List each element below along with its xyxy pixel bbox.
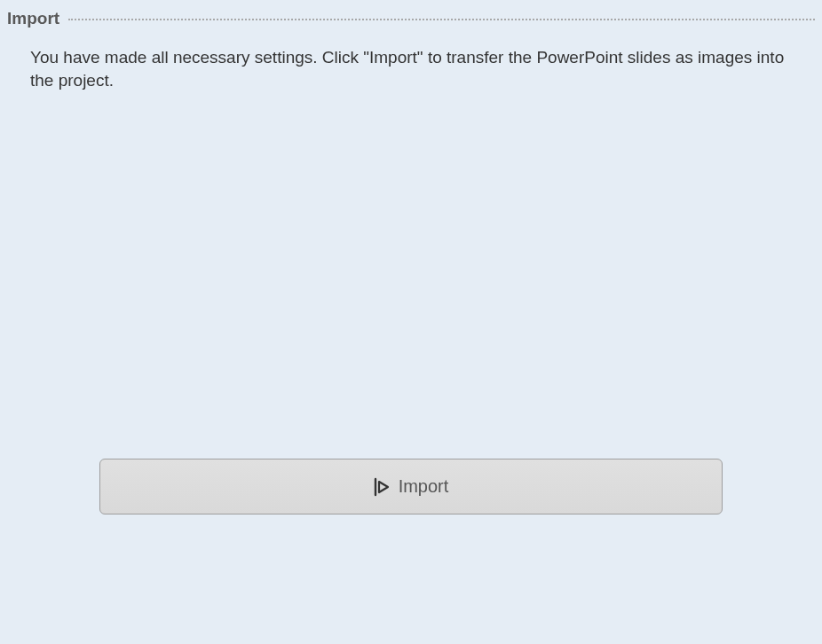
import-button[interactable]: Import	[99, 459, 723, 514]
svg-marker-1	[379, 482, 388, 492]
section-header: Import	[0, 0, 822, 28]
section-title: Import	[7, 9, 59, 28]
section-description: You have made all necessary settings. Cl…	[0, 28, 822, 91]
import-button-label: Import	[399, 476, 449, 497]
header-divider	[68, 19, 815, 20]
play-bar-icon	[374, 477, 390, 497]
